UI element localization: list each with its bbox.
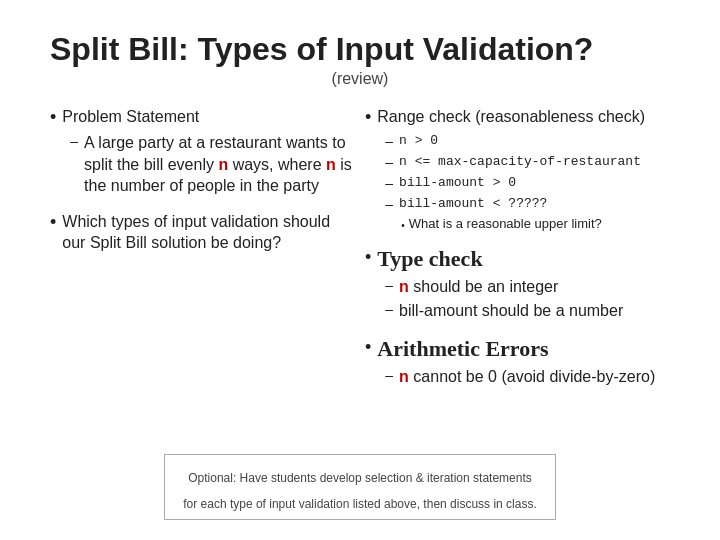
- right-sub-2-2: – bill-amount should be a number: [385, 300, 623, 322]
- bullet-dot-1: •: [50, 106, 56, 129]
- right-bullet-dot-1: •: [365, 106, 371, 129]
- right-bullet-2-label: Type check: [377, 246, 482, 271]
- right-sub-2-1: – n should be an integer: [385, 276, 623, 298]
- right-bullet-1-subs: – n > 0 – n <= max-capacity-of-restauran…: [385, 132, 645, 232]
- content-area: • Problem Statement – A large party at a…: [50, 106, 670, 444]
- right-sub-2-2-text: bill-amount should be a number: [399, 300, 623, 322]
- right-bullet-dot-3: •: [365, 336, 371, 359]
- footer-container: Optional: Have students develop selectio…: [50, 454, 670, 520]
- highlight-n2: n: [326, 156, 336, 173]
- right-sub-1-5: • What is a reasonable upper limit?: [401, 216, 645, 233]
- slide-subtitle: (review): [50, 70, 670, 88]
- footer-line1: Optional: Have students develop selectio…: [183, 469, 537, 487]
- right-sub-3-1: – n cannot be 0 (avoid divide-by-zero): [385, 366, 655, 388]
- footer-box: Optional: Have students develop selectio…: [164, 454, 556, 520]
- right-bullet-1: • Range check (reasonableness check) – n…: [365, 106, 670, 232]
- highlight-n1: n: [218, 156, 228, 173]
- right-sub-1-2: – n <= max-capacity-of-restaurant: [385, 153, 645, 172]
- left-sub-1: – A large party at a restaurant wants to…: [70, 132, 355, 197]
- left-sub-1-text: A large party at a restaurant wants to s…: [84, 132, 355, 197]
- right-bullet-3-label: Arithmetic Errors: [377, 336, 548, 361]
- left-bullet-2: • Which types of input validation should…: [50, 211, 355, 254]
- left-bullet-1: • Problem Statement – A large party at a…: [50, 106, 355, 196]
- right-sub-1-4: – bill-amount < ?????: [385, 195, 645, 214]
- right-sub-2-1-text: n should be an integer: [399, 276, 558, 298]
- right-bullet-dot-2: •: [365, 246, 371, 269]
- right-sub-1-3: – bill-amount > 0: [385, 174, 645, 193]
- right-bullet-3-subs: – n cannot be 0 (avoid divide-by-zero): [385, 366, 655, 388]
- left-bullet-2-label: Which types of input validation should o…: [62, 211, 355, 254]
- right-bullet-2: • Type check – n should be an integer – …: [365, 246, 670, 321]
- right-column: • Range check (reasonableness check) – n…: [365, 106, 670, 444]
- slide-title: Split Bill: Types of Input Validation?: [50, 30, 670, 68]
- right-bullet-1-label: Range check (reasonableness check): [377, 108, 645, 125]
- bullet-dot-2: •: [50, 211, 56, 234]
- right-sub-1-1: – n > 0: [385, 132, 645, 151]
- right-sub-1-5-text: What is a reasonable upper limit?: [409, 216, 602, 233]
- left-bullet-1-label: Problem Statement: [62, 108, 199, 125]
- right-bullet-2-subs: – n should be an integer – bill-amount s…: [385, 276, 623, 321]
- slide: Split Bill: Types of Input Validation? (…: [0, 0, 720, 540]
- right-bullet-3: • Arithmetic Errors – n cannot be 0 (avo…: [365, 336, 670, 388]
- right-sub-3-1-text: n cannot be 0 (avoid divide-by-zero): [399, 366, 655, 388]
- left-column: • Problem Statement – A large party at a…: [50, 106, 355, 444]
- footer-line2: for each type of input validation listed…: [183, 495, 537, 513]
- left-bullet-1-subs: – A large party at a restaurant wants to…: [70, 132, 355, 197]
